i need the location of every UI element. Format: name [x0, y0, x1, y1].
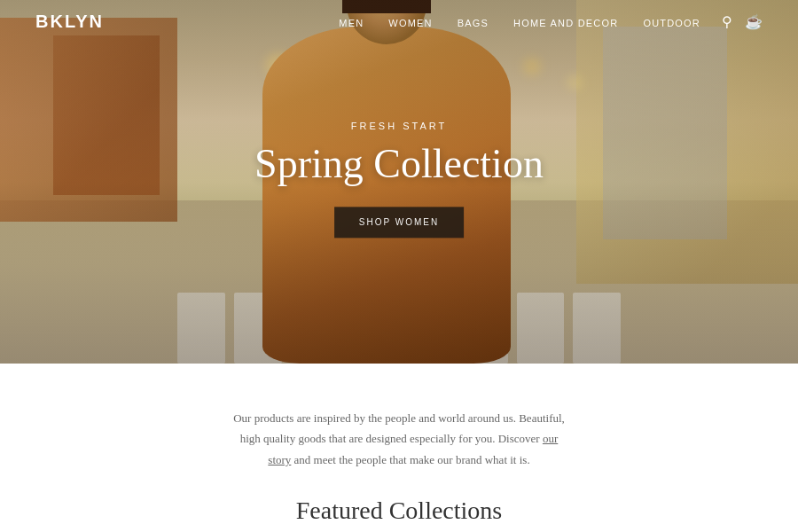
hero-content: FRESH START Spring Collection SHOP WOMEN	[254, 121, 544, 238]
description-text-after-link: and meet the people that make our brand …	[291, 453, 529, 466]
content-section: Our products are inspired by the people …	[0, 364, 798, 532]
nav-item-outdoor[interactable]: OUTDOOR	[643, 14, 700, 30]
brand-logo[interactable]: BKLYN	[35, 12, 104, 32]
nav-icons: ⚲ ☕	[722, 13, 763, 30]
nav-item-men[interactable]: MEN	[339, 14, 364, 30]
nav-link-outdoor[interactable]: OUTDOOR	[643, 18, 700, 28]
hero-title: Spring Collection	[254, 140, 544, 187]
nav-link-men[interactable]: MEN	[339, 18, 364, 28]
brand-description: Our products are inspired by the people …	[231, 408, 567, 470]
nav-item-bags[interactable]: BAGS	[458, 14, 489, 30]
shop-women-button[interactable]: SHOP WOMEN	[334, 207, 464, 238]
hero-section: FRESH START Spring Collection SHOP WOMEN	[0, 0, 798, 364]
nav-link-home-decor[interactable]: HOME AND DECOR	[513, 18, 618, 28]
nav-link-women[interactable]: WOMEN	[388, 18, 432, 28]
description-text-before-link: Our products are inspired by the people …	[233, 411, 565, 445]
hero-subtitle: FRESH START	[254, 121, 544, 131]
navbar: BKLYN MEN WOMEN BAGS HOME AND DECOR OUTD…	[0, 0, 798, 43]
nav-item-women[interactable]: WOMEN	[388, 14, 432, 30]
cart-icon[interactable]: ☕	[745, 13, 763, 30]
featured-collections-title: Featured Collections	[18, 470, 780, 532]
nav-link-bags[interactable]: BAGS	[458, 18, 489, 28]
nav-item-home-decor[interactable]: HOME AND DECOR	[513, 14, 618, 30]
search-icon[interactable]: ⚲	[722, 13, 732, 30]
nav-links: MEN WOMEN BAGS HOME AND DECOR OUTDOOR	[339, 14, 700, 30]
